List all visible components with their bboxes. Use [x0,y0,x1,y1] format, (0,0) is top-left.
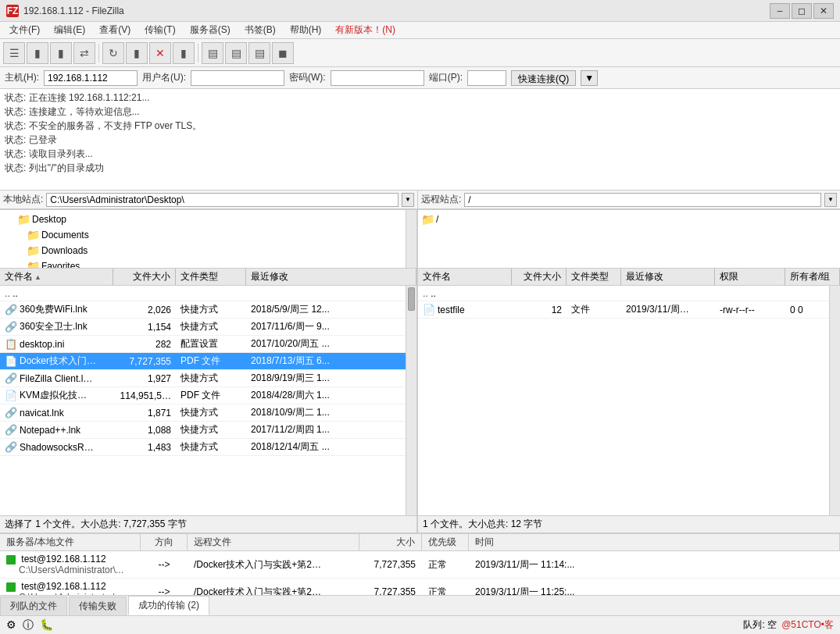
tree-item-favorites[interactable]: 📁 Favorites [2,258,404,268]
remote-file-row[interactable]: .... [418,286,829,301]
site-label: @51CTO•客 [781,618,834,632]
rcol-header-owner[interactable]: 所有者/组 [785,269,840,285]
remote-status-text: 1 个文件。大小总共: 12 字节 [423,518,542,529]
remote-path-input[interactable] [464,193,821,207]
user-input[interactable] [191,70,284,86]
panels: 📁 Desktop 📁 Documents 📁 Downloads 📁 Favo… [0,210,840,532]
connect-button[interactable]: 快速连接(Q) [511,70,576,86]
local-file-scrollbar[interactable] [406,286,416,515]
menu-server[interactable]: 服务器(S) [184,22,237,38]
file-cell-size: 114,951,5… [113,390,176,402]
toolbar-btn4[interactable]: ⇄ [73,42,95,64]
connect-dropdown[interactable]: ▼ [581,70,598,86]
tree-item-desktop[interactable]: 📁 Desktop [2,212,404,227]
toolbar-site-manager[interactable]: ☰ [3,42,25,64]
toolbar-btn8[interactable]: ▮ [173,42,195,64]
host-input[interactable] [44,70,138,86]
col-header-size[interactable]: 文件大小 [113,269,176,285]
local-tree[interactable]: 📁 Desktop 📁 Documents 📁 Downloads 📁 Favo… [0,210,406,268]
remote-path-dropdown[interactable]: ▼ [824,193,837,207]
local-file-row[interactable]: 🔗360免费WiFi.lnk 2,026 快捷方式 2018/5/9/周三 12… [0,301,406,319]
queue-cell-time: 2019/3/11/周一 11:25:... [469,585,840,596]
toolbar-btn11[interactable]: ▤ [248,42,270,64]
local-file-row[interactable]: .... [0,286,406,301]
menu-view[interactable]: 查看(V) [93,22,137,38]
tree-scrollbar[interactable] [406,210,416,268]
info-icon[interactable]: ⓘ [23,618,34,632]
toolbar-search[interactable]: ▤ [202,42,223,64]
settings-icon[interactable]: ⚙ [6,618,16,632]
local-file-row[interactable]: 🔗Notepad++.lnk 1,088 快捷方式 2017/11/2/周四 1… [0,422,406,439]
folder-icon: 📁 [27,259,40,268]
local-file-row[interactable]: 📄Docker技术入门… 7,727,355 PDF 文件 2018/7/13/… [0,353,406,370]
maximize-button[interactable]: ◻ [792,3,812,19]
toolbar-btn3[interactable]: ▮ [50,42,72,64]
menu-transfer[interactable]: 传输(T) [138,22,181,38]
local-file-row[interactable]: 🔗navicat.lnk 1,871 快捷方式 2018/10/9/周二 1..… [0,404,406,422]
remote-file-scrollbar[interactable] [829,286,840,515]
toolbar-refresh[interactable]: ↻ [102,42,124,64]
local-file-row[interactable]: 🔗FileZilla Client.l… 1,927 快捷方式 2018/9/1… [0,370,406,387]
rcol-header-size[interactable]: 文件大小 [512,269,567,285]
queue-header: 服务器/本地文件 方向 远程文件 大小 优先级 时间 [0,534,840,551]
file-cell-size: 1,927 [113,372,176,385]
remote-status: 1 个文件。大小总共: 12 字节 [418,515,840,532]
local-file-row[interactable]: 🔗360安全卫士.lnk 1,154 快捷方式 2017/11/6/周一 9..… [0,319,406,336]
rcol-header-perm[interactable]: 权限 [715,269,785,285]
file-cell-name: 📄KVM虚拟化技… [0,388,113,403]
window-controls[interactable]: – ◻ ✕ [770,3,834,19]
col-header-name[interactable]: 文件名 ▲ [0,269,113,285]
local-file-body[interactable]: .... 🔗360免费WiFi.lnk 2,026 快捷方式 2018/5/9/… [0,286,406,515]
queue-body[interactable]: test@192.168.1.112 C:\Users\Administrato… [0,551,840,595]
bug-icon[interactable]: 🐛 [40,618,53,632]
toolbar-cancel[interactable]: ✕ [149,42,171,64]
queue-col-remote: 远程文件 [188,534,359,550]
toolbar-sep1 [98,44,99,62]
tree-item-downloads[interactable]: 📁 Downloads [2,243,404,258]
tab-success[interactable]: 成功的传输 (2) [128,596,209,615]
menu-bookmarks[interactable]: 书签(B) [238,22,282,38]
queue-row[interactable]: test@192.168.1.112 C:\Users\Administrato… [0,551,840,579]
rcol-header-date[interactable]: 最近修改 [621,269,715,285]
close-button[interactable]: ✕ [813,3,834,19]
queue-row[interactable]: test@192.168.1.112 C:\Users\Administrato… [0,579,840,595]
rcol-header-type[interactable]: 文件类型 [567,269,621,285]
toolbar-btn12[interactable]: ◼ [272,42,294,64]
menu-file[interactable]: 文件(F) [3,22,46,38]
col-header-date[interactable]: 最近修改 [246,269,416,285]
local-path-bar: 本地站点: ▼ [0,191,418,209]
remote-tree-root[interactable]: 📁 / [420,212,838,227]
toolbar-btn6[interactable]: ▮ [126,42,148,64]
menu-help[interactable]: 帮助(H) [284,22,328,38]
tab-bar: 列队的文件 传输失败 成功的传输 (2) [0,595,840,615]
ini-icon: 📋 [5,338,17,350]
rcol-header-name[interactable]: 文件名 [418,269,512,285]
port-input[interactable] [467,70,506,86]
menu-update[interactable]: 有新版本！(N) [329,22,402,38]
remote-tree[interactable]: 📁 / [418,210,840,269]
rfile-cell-name: 📄testfile [418,303,512,316]
file-cell-size: 1,088 [113,424,176,436]
tab-queued[interactable]: 列队的文件 [0,597,67,615]
remote-file-row[interactable]: 📄testfile 12 文件 2019/3/11/周… -rw-r--r-- … [418,301,829,319]
minimize-button[interactable]: – [770,3,790,19]
toolbar-btn2[interactable]: ▮ [27,42,48,64]
pass-input[interactable] [331,70,424,86]
local-file-row[interactable]: 📋desktop.ini 282 配置设置 2017/10/20/周五 ... [0,336,406,353]
local-file-row[interactable]: 🔗ShadowsocksR… 1,483 快捷方式 2018/12/14/周五 … [0,439,406,456]
tab-failed[interactable]: 传输失败 [69,597,127,615]
title-bar-left: FZ 192.168.1.112 - FileZilla [6,5,124,17]
local-path-input[interactable] [46,193,399,207]
toolbar-btn10[interactable]: ▤ [225,42,247,64]
menu-edit[interactable]: 编辑(E) [48,22,91,38]
file-cell-date: 2018/12/14/周五 ... [246,440,406,454]
file-cell-date: 2017/11/6/周一 9... [246,319,406,334]
remote-file-body[interactable]: .... 📄testfile 12 文件 2019/3/11/周… -rw-r-… [418,286,829,515]
lnk-icon: 🔗 [5,441,17,453]
remote-path-bar: 远程站点: ▼ [418,191,840,209]
lnk-icon: 🔗 [5,304,17,315]
local-path-dropdown[interactable]: ▼ [402,193,414,207]
local-file-row[interactable]: 📄KVM虚拟化技… 114,951,5… PDF 文件 2018/4/28/周六… [0,387,406,404]
col-header-type[interactable]: 文件类型 [176,269,246,285]
tree-item-documents[interactable]: 📁 Documents [2,227,404,243]
